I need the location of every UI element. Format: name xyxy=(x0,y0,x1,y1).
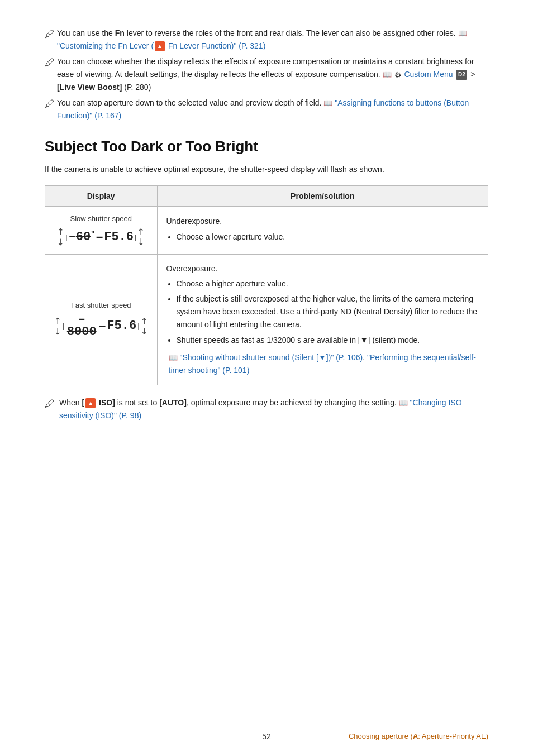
fast-link1[interactable]: "Shooting without shutter sound (Silent … xyxy=(179,353,363,362)
footer-right-text: Choosing aperture (A: Aperture-Priority … xyxy=(349,732,488,740)
problem-bullets-fast: Choose a higher aperture value. If the s… xyxy=(177,277,479,346)
bullet-1: 🖊︎ You can use the Fn lever to reverse t… xyxy=(45,27,488,52)
bullet-text-3: You can stop aperture down to the select… xyxy=(57,97,488,122)
list-item: Shutter speeds as fast as 1/32000 s are … xyxy=(177,334,479,347)
bullet1-link[interactable]: "Customizing the Fn Lever (▲ Fn Lever Fu… xyxy=(57,41,265,50)
problem-title-fast: Overexposure. xyxy=(166,262,479,275)
left-arrows-slow: ↗ ↘ xyxy=(57,227,64,246)
display-cell-slow: Slow shutter speed ↗ ↘ | xyxy=(45,207,158,255)
right-arrows-fast: ↖ ↙ xyxy=(141,317,148,336)
fast-diagram: ↗ ↘ | –8000 – xyxy=(54,314,148,338)
section-title: Subject Too Dark or Too Bright xyxy=(45,138,488,155)
display-table: Display Problem/solution Slow shutter sp… xyxy=(45,185,488,385)
bullet-icon-2: 🖊︎ xyxy=(45,55,55,70)
slow-aperture: F5.6 xyxy=(104,230,134,244)
fast-label: Fast shutter speed xyxy=(54,301,148,309)
camera-icon-1: ▲ xyxy=(155,41,165,51)
slow-label: Slow shutter speed xyxy=(54,214,148,223)
table-row-slow: Slow shutter speed ↗ ↘ | xyxy=(45,207,488,255)
page-footer: 52 Choosing aperture (A: Aperture-Priori… xyxy=(45,726,488,740)
left-arrows-fast: ↗ ↘ xyxy=(54,317,61,336)
camera-icon-note: ▲ xyxy=(85,398,96,408)
gear-icon: ⚙ xyxy=(394,69,402,81)
page-content: 🖊︎ You can use the Fn lever to reverse t… xyxy=(0,0,533,466)
list-item: If the subject is still overexposed at t… xyxy=(177,293,479,331)
problem-title-slow: Underexposure. xyxy=(166,215,479,228)
bullet-icon-3: 🖊︎ xyxy=(45,97,55,112)
bullet-text-1: You can use the Fn lever to reverse the … xyxy=(57,27,488,52)
intro-text: If the camera is unable to achieve optim… xyxy=(45,163,488,175)
display-cell-fast: Fast shutter speed ↗ ↘ | xyxy=(45,255,158,385)
problem-cell-fast: Overexposure. Choose a higher aperture v… xyxy=(157,255,488,385)
footer-page-number: 52 xyxy=(262,732,271,741)
right-arrows-slow: ↖ ↙ xyxy=(137,227,145,246)
bullet-icon-1: 🖊︎ xyxy=(45,27,55,42)
note-text: When [▲ ISO] is not set to [AUTO], optim… xyxy=(59,396,488,422)
bullet3-text: You can stop aperture down to the select… xyxy=(57,98,469,120)
fast-dash: – xyxy=(99,319,106,333)
bullet-text-2: You can choose whether the display refle… xyxy=(57,55,488,93)
ref-icon-note: 📖 xyxy=(399,399,408,407)
fast-shutter-value: –8000 xyxy=(65,314,98,338)
table-row-fast: Fast shutter speed ↗ ↘ | xyxy=(45,255,488,385)
extra-ref-fast: 📖 "Shooting without shutter sound (Silen… xyxy=(169,351,479,377)
slow-shutter-value: –60" xyxy=(69,230,95,243)
bullet-3: 🖊︎ You can stop aperture down to the sel… xyxy=(45,97,488,122)
bullet1-text: You can use the Fn lever to reverse the … xyxy=(57,28,467,50)
table-header-display: Display xyxy=(45,186,158,207)
problem-bullets-slow: Choose a lower aperture value. xyxy=(177,231,479,243)
ref-icon-fast: 📖 xyxy=(169,353,178,362)
list-item: Choose a higher aperture value. xyxy=(177,277,479,290)
slow-diagram: ↗ ↘ | –60" – xyxy=(54,227,148,246)
bullet-2: 🖊︎ You can choose whether the display re… xyxy=(45,55,488,93)
fast-aperture: F5.6 xyxy=(107,319,136,333)
ref-icon-2: 📖 xyxy=(383,70,392,79)
ref-icon-1: 📖 xyxy=(458,29,467,37)
custom-menu-link[interactable]: Custom Menu xyxy=(404,70,453,79)
list-item: Choose a lower aperture value. xyxy=(177,231,479,243)
ref-icon-3: 📖 xyxy=(323,99,332,107)
slow-dash: – xyxy=(96,229,103,244)
bullet3-link[interactable]: "Assigning functions to buttons (Button … xyxy=(57,98,469,120)
problem-cell-slow: Underexposure. Choose a lower aperture v… xyxy=(157,207,488,255)
d2-icon: D2 xyxy=(456,70,467,80)
table-header-problem: Problem/solution xyxy=(157,186,488,207)
note-icon: 🖊︎ xyxy=(45,396,55,412)
note-section: 🖊︎ When [▲ ISO] is not set to [AUTO], op… xyxy=(45,396,488,422)
bullet2-text: You can choose whether the display refle… xyxy=(57,57,475,92)
